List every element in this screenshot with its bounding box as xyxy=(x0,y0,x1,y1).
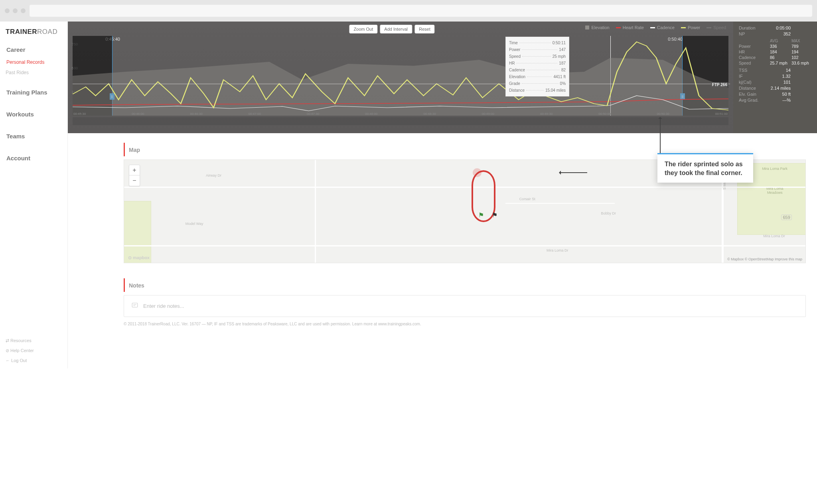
mapbox-logo: ⊙ mapbox xyxy=(128,255,150,260)
nav-training-plans[interactable]: Training Plans xyxy=(0,85,67,100)
zoom-out-button[interactable]: Zoom Out xyxy=(349,25,377,33)
zoom-in-button[interactable]: + xyxy=(129,165,140,175)
road-label: Mira Loma Dr xyxy=(547,248,568,252)
nav-workouts[interactable]: Workouts xyxy=(0,107,67,122)
dot-close[interactable] xyxy=(5,8,10,13)
map-attribution[interactable]: © Mapbox © OpenStreetMap Improve this ma… xyxy=(727,257,802,261)
start-flag-icon: ⚑ xyxy=(478,211,484,219)
chart-body[interactable]: 0:45:40 0:50:40 750 500 250 xyxy=(73,36,728,116)
road-label: Mira Loma Dr xyxy=(763,234,785,238)
url-bar[interactable] xyxy=(30,5,812,17)
nav-account[interactable]: Account xyxy=(0,151,67,165)
sidebar-footer: ⇄ Resources ⊘ Help Center ← Log Out xyxy=(0,336,67,365)
legend-elevation[interactable]: Elevation xyxy=(585,25,609,30)
callout-arrow-up xyxy=(660,117,661,153)
nav-resources[interactable]: ⇄ Resources xyxy=(6,336,62,346)
col-avg: AVG xyxy=(770,39,789,43)
nav-past-rides[interactable]: Past Rides xyxy=(0,67,67,78)
zoom-out-button[interactable]: − xyxy=(129,175,140,186)
stat-duration-label: Duration xyxy=(739,26,756,30)
overview-track[interactable] xyxy=(73,117,728,125)
road-label: Airway Dr xyxy=(206,173,221,177)
callout-arrow-left xyxy=(559,172,587,173)
chart-panel: Zoom Out Add Interval Reset Elevation He… xyxy=(68,22,817,133)
notes-placeholder: Enter ride notes... xyxy=(143,303,184,309)
legend-cadence[interactable]: Cadence xyxy=(650,25,675,30)
window-dots xyxy=(5,8,26,13)
annotation-callout: The rider sprinted solo as they took the… xyxy=(657,153,753,183)
road-label: Bobby Dr xyxy=(601,211,616,215)
footer-text: © 2011-2018 TrainerRoad, LLC. Ver. 16707… xyxy=(124,317,806,328)
section-notes-heading: Notes xyxy=(124,278,806,292)
chart-svg xyxy=(73,36,728,116)
chart-tooltip: Time0:50:11 Power147 Speed25 mph HR187 C… xyxy=(505,37,569,96)
stat-duration: 0:05:00 xyxy=(776,26,791,30)
finish-flag-icon: ⚑ xyxy=(492,211,497,219)
legend-speed[interactable]: Speed xyxy=(706,25,726,30)
chart-legend: Elevation Heart Rate Cadence Power Speed xyxy=(585,25,726,30)
logo: TRAINERROAD xyxy=(0,28,67,42)
col-max: MAX xyxy=(791,39,811,43)
map-zoom: + − xyxy=(129,165,140,186)
main: Zoom Out Add Interval Reset Elevation He… xyxy=(68,22,817,368)
add-interval-button[interactable]: Add Interval xyxy=(380,25,412,33)
road-label: Corsair St xyxy=(519,197,535,201)
track-highlight-dot xyxy=(473,168,482,177)
reset-button[interactable]: Reset xyxy=(414,25,435,33)
legend-power[interactable]: Power xyxy=(681,25,700,30)
browser-chrome xyxy=(0,0,817,22)
logo-light: ROAD xyxy=(37,28,57,35)
dot-max[interactable] xyxy=(21,8,26,13)
nav-career[interactable]: Career xyxy=(0,42,67,57)
nav-help[interactable]: ⊘ Help Center xyxy=(6,346,62,356)
chart-controls: Zoom Out Add Interval Reset xyxy=(349,25,434,33)
svg-rect-0 xyxy=(132,303,138,307)
x-axis-ticks: 00:45:3000:46:0000:46:30 00:47:0000:47:3… xyxy=(73,112,728,116)
ftp-label: FTP 266 xyxy=(711,82,728,87)
road-label: Model Way xyxy=(186,222,203,226)
stat-np-label: NP xyxy=(739,32,745,36)
notes-icon xyxy=(131,302,138,310)
nav-teams[interactable]: Teams xyxy=(0,129,67,144)
nav-personal-records[interactable]: Personal Records xyxy=(0,57,67,67)
stats-panel: Duration0:05:00 NP352 AVGMAX Power336789… xyxy=(733,22,817,133)
ftp-line xyxy=(73,84,730,84)
notes-input[interactable]: Enter ride notes... xyxy=(124,295,806,317)
chart-area[interactable]: Zoom Out Add Interval Reset Elevation He… xyxy=(68,22,733,133)
legend-hr[interactable]: Heart Rate xyxy=(616,25,644,30)
sidebar: TRAINERROAD Career Personal Records Past… xyxy=(0,22,68,368)
dot-min[interactable] xyxy=(13,8,18,13)
logo-bold: TRAINER xyxy=(6,28,37,35)
nav-logout[interactable]: ← Log Out xyxy=(6,356,62,365)
stat-np: 352 xyxy=(783,32,791,36)
